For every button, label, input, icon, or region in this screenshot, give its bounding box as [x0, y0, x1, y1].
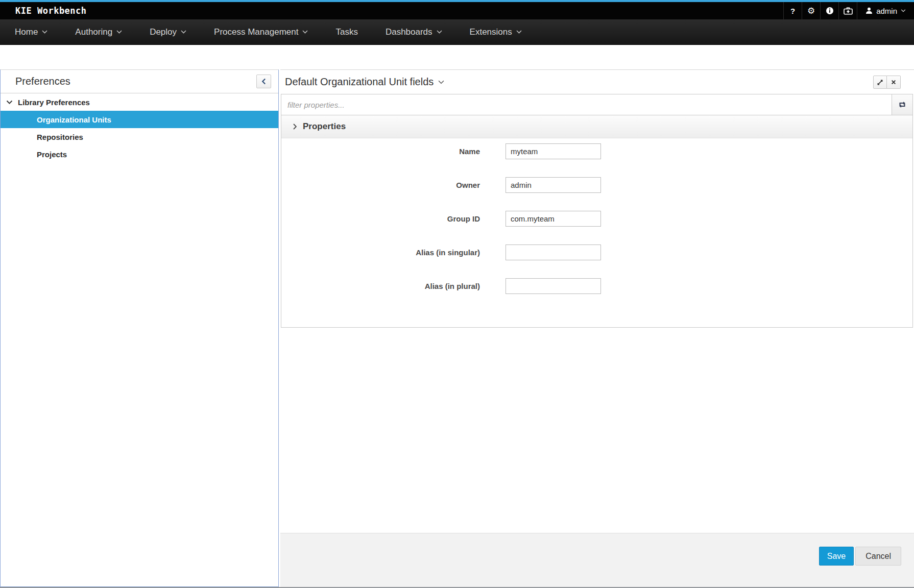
- save-button[interactable]: Save: [819, 547, 854, 566]
- properties-form: Name Owner Group ID Alias (in singular) …: [281, 138, 912, 327]
- name-input[interactable]: [506, 143, 601, 159]
- medkit-icon: [844, 7, 853, 15]
- alias-singular-label: Alias (in singular): [281, 248, 480, 257]
- close-button[interactable]: [887, 76, 901, 89]
- form-row-alias-plural: Alias (in plural): [281, 278, 912, 295]
- group-id-input[interactable]: [506, 211, 601, 227]
- nav-label: Process Management: [214, 27, 298, 37]
- cancel-button[interactable]: Cancel: [855, 547, 901, 566]
- owner-label: Owner: [281, 181, 480, 189]
- form-footer: Save Cancel: [280, 533, 914, 587]
- chevron-left-icon: [261, 78, 266, 85]
- masthead: KIE Workbench ? ⚙ admin: [0, 2, 914, 19]
- panel-window-controls: [873, 76, 901, 89]
- help-button[interactable]: ?: [783, 2, 802, 19]
- preferences-tree: Library Preferences Organizational Units…: [1, 93, 278, 163]
- chevron-down-icon[interactable]: [6, 100, 13, 104]
- nav-item-process-management[interactable]: Process Management: [200, 19, 322, 44]
- nav-label: Extensions: [470, 27, 512, 37]
- chevron-down-icon: [438, 80, 444, 84]
- nav-item-authoring[interactable]: Authoring: [61, 19, 136, 44]
- user-name: admin: [876, 7, 897, 15]
- properties-section-toggle[interactable]: Properties: [281, 115, 912, 138]
- info-button[interactable]: [820, 2, 838, 19]
- group-id-label: Group ID: [281, 214, 480, 223]
- alias-plural-label: Alias (in plural): [281, 282, 480, 290]
- info-circle-icon: [826, 7, 834, 15]
- chevron-right-icon: [293, 124, 297, 130]
- reload-properties-button[interactable]: [892, 94, 912, 115]
- editor-title-dropdown[interactable]: Default Organizational Unit fields: [280, 70, 914, 94]
- name-label: Name: [281, 147, 480, 156]
- section-title: Properties: [303, 121, 346, 132]
- property-editor: Properties Name Owner Group ID Alias (in…: [281, 94, 913, 328]
- panel-title: Preferences: [1, 70, 278, 93]
- nav-item-deploy[interactable]: Deploy: [136, 19, 200, 44]
- nav-label: Tasks: [335, 27, 357, 37]
- settings-button[interactable]: ⚙: [802, 2, 820, 19]
- help-icon: ?: [790, 7, 795, 15]
- nav-label: Authoring: [75, 27, 112, 37]
- app-logo: KIE Workbench: [0, 6, 87, 16]
- editor-panel-header: Default Organizational Unit fields: [280, 70, 914, 94]
- editor-panel: Default Organizational Unit fields: [280, 69, 914, 587]
- close-icon: [891, 80, 896, 85]
- chevron-down-icon: [901, 9, 906, 12]
- preferences-panel: Preferences Library Preferences Organiza…: [0, 69, 279, 587]
- chevron-down-icon: [181, 30, 186, 34]
- tree-item-label: Repositories: [37, 133, 83, 141]
- gear-icon: ⚙: [807, 7, 815, 15]
- tree-item-organizational-units[interactable]: Organizational Units: [1, 111, 278, 128]
- masthead-utilities: ? ⚙ admin: [783, 2, 914, 19]
- alias-singular-input[interactable]: [506, 244, 601, 260]
- form-row-owner: Owner: [281, 177, 912, 193]
- refresh-loop-icon: [898, 101, 906, 108]
- tree-item-label: Projects: [37, 150, 67, 159]
- user-icon: [865, 7, 873, 14]
- collapse-panel-button[interactable]: [256, 75, 271, 88]
- tree-item-repositories[interactable]: Repositories: [1, 128, 278, 145]
- expand-icon: [877, 79, 883, 86]
- filter-properties-input[interactable]: [281, 94, 892, 115]
- nav-item-dashboards[interactable]: Dashboards: [372, 19, 456, 44]
- alias-plural-input[interactable]: [506, 278, 601, 294]
- nav-item-tasks[interactable]: Tasks: [322, 19, 371, 44]
- main-nav: Home Authoring Deploy Process Management…: [0, 19, 914, 45]
- user-menu[interactable]: admin: [857, 2, 914, 19]
- tree-item-projects[interactable]: Projects: [1, 145, 278, 163]
- nav-item-extensions[interactable]: Extensions: [456, 19, 536, 44]
- tree-item-label: Organizational Units: [37, 115, 111, 124]
- tree-item-library-preferences[interactable]: Library Preferences: [1, 93, 278, 111]
- admin-tools-button[interactable]: [838, 2, 857, 19]
- chevron-down-icon: [302, 30, 308, 34]
- filter-bar: [281, 94, 912, 115]
- chevron-down-icon: [437, 30, 442, 34]
- form-row-alias-singular: Alias (in singular): [281, 244, 912, 261]
- owner-input[interactable]: [506, 177, 601, 193]
- form-row-name: Name: [281, 143, 912, 160]
- chevron-down-icon: [116, 30, 122, 34]
- form-row-group-id: Group ID: [281, 210, 912, 227]
- page-title: Default Organizational Unit fields: [285, 70, 434, 94]
- nav-item-home[interactable]: Home: [1, 19, 61, 44]
- nav-label: Deploy: [150, 27, 177, 37]
- tree-item-label: Library Preferences: [18, 98, 90, 107]
- nav-label: Home: [15, 27, 38, 37]
- chevron-down-icon: [516, 30, 522, 34]
- maximize-button[interactable]: [873, 76, 887, 89]
- preferences-panel-header: Preferences: [1, 70, 278, 93]
- chevron-down-icon: [42, 30, 47, 34]
- nav-label: Dashboards: [386, 27, 432, 37]
